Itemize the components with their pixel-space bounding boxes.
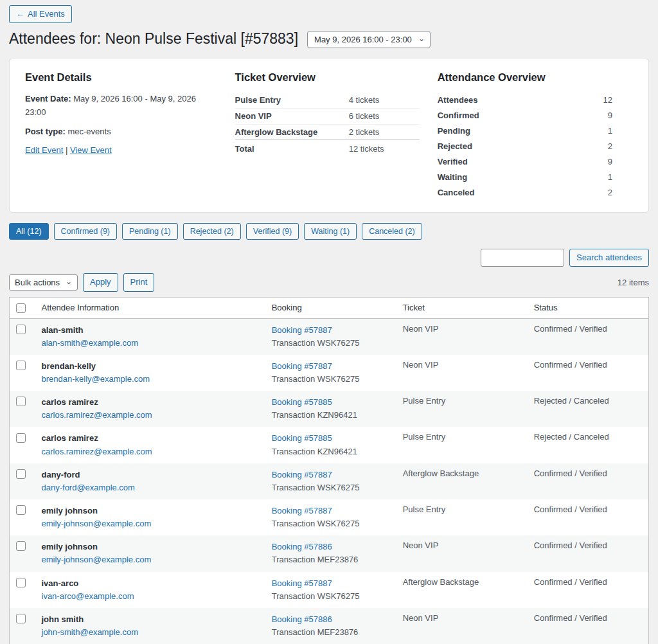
apply-button-top[interactable]: Apply (83, 273, 118, 291)
search-attendees-button[interactable]: Search attendees (569, 249, 649, 267)
attendee-ticket: Neon VIP (396, 535, 528, 571)
attendee-email-link[interactable]: emily-johnson@example.com (42, 555, 152, 564)
transaction-id: Transaction WSK76275 (272, 481, 390, 494)
attendance-label: Pending (438, 126, 567, 136)
attendee-email-link[interactable]: carlos.ramirez@example.com (42, 410, 152, 420)
transaction-id: Transaction WSK76275 (272, 517, 390, 530)
attendance-row: Pending 1 (438, 123, 633, 139)
row-checkbox[interactable] (16, 614, 26, 623)
post-type-line: Post type: mec-events (25, 125, 217, 139)
attendance-value: 12 (567, 95, 612, 105)
event-details-section: Event Details Event Date: May 9, 2026 16… (25, 71, 217, 201)
attendee-email-link[interactable]: alan-smith@example.com (42, 338, 138, 348)
transaction-id: Transaction KZN96421 (272, 445, 390, 458)
edit-event-link[interactable]: Edit Event (25, 145, 63, 155)
attendee-row: carlos ramirez carlos.ramirez@example.co… (10, 427, 649, 463)
attendance-label: Canceled (438, 188, 567, 197)
attendance-value: 1 (567, 126, 612, 136)
event-details-heading: Event Details (25, 71, 217, 84)
booking-link[interactable]: Booking #57887 (272, 578, 332, 588)
row-checkbox[interactable] (16, 505, 26, 515)
bulk-actions-select-top[interactable]: Bulk actions (9, 274, 78, 291)
ticket-name: Neon VIP (235, 111, 349, 121)
attendance-value: 9 (567, 157, 612, 166)
row-checkbox[interactable] (16, 397, 26, 406)
link-separator: | (63, 145, 70, 155)
transaction-id: Transaction WSK76275 (272, 590, 390, 603)
page: ← All Events Attendees for: Neon Pulse F… (0, 0, 658, 644)
attendee-row: brendan-kelly brendan-kelly@example.com … (10, 355, 649, 391)
attendee-row: dany-ford dany-ford@example.com Booking … (10, 463, 649, 499)
attendees-table: Attendee Information Booking Ticket Stat… (9, 297, 649, 644)
search-input[interactable] (481, 249, 564, 267)
booking-link[interactable]: Booking #57887 (272, 361, 332, 371)
attendance-label: Waiting (438, 172, 567, 182)
attendee-email-link[interactable]: brendan-kelly@example.com (42, 374, 150, 384)
attendee-name: carlos ramirez (42, 396, 259, 409)
transaction-id: Transaction MEF23876 (272, 626, 390, 639)
attendance-label: Rejected (438, 141, 567, 151)
row-checkbox[interactable] (16, 469, 26, 479)
attendance-label: Confirmed (438, 111, 567, 120)
row-checkbox[interactable] (16, 361, 26, 370)
status-filter-chip[interactable]: Verified (9) (246, 223, 299, 240)
ticket-overview-list: Pulse Entry 4 tickets Neon VIP 6 tickets… (235, 93, 420, 140)
ticket-count: 6 tickets (349, 111, 420, 121)
attendance-row: Canceled 2 (438, 185, 633, 201)
attendee-status: Confirmed / Verified (528, 318, 649, 355)
attendee-row: john smith john-smith@example.com Bookin… (10, 608, 649, 644)
attendee-name: carlos ramirez (42, 432, 259, 445)
status-filter-chip[interactable]: Rejected (2) (183, 223, 241, 240)
booking-link[interactable]: Booking #57885 (272, 433, 332, 443)
row-checkbox[interactable] (16, 325, 26, 334)
attendee-ticket: Pulse Entry (396, 427, 528, 463)
attendee-email-link[interactable]: carlos.ramirez@example.com (42, 447, 152, 456)
col-booking: Booking (265, 297, 396, 318)
attendee-status: Confirmed / Verified (528, 499, 649, 535)
booking-link[interactable]: Booking #57887 (272, 470, 332, 479)
row-checkbox[interactable] (16, 433, 26, 443)
booking-link[interactable]: Booking #57887 (272, 325, 332, 335)
attendance-overview-list: Attendees 12 Confirmed 9 Pending 1 (438, 93, 633, 201)
attendee-email-link[interactable]: ivan-arco@example.com (42, 591, 134, 601)
attendee-status: Confirmed / Verified (528, 572, 649, 608)
booking-link[interactable]: Booking #57887 (272, 506, 332, 515)
attendee-email-link[interactable]: john-smith@example.com (42, 627, 138, 637)
all-events-back-label: All Events (28, 8, 65, 20)
transaction-id: Transaction WSK76275 (272, 337, 390, 350)
attendance-label: Attendees (438, 95, 567, 105)
status-filter-chip[interactable]: Waiting (1) (304, 223, 357, 240)
ticket-overview-row: Afterglow Backstage 2 tickets (235, 125, 420, 140)
booking-link[interactable]: Booking #57886 (272, 542, 332, 551)
status-filter-chip[interactable]: Pending (1) (122, 223, 178, 240)
occurrence-select-wrap: May 9, 2026 16:00 - 23:00 ⌄ (307, 31, 431, 48)
attendee-row: carlos ramirez carlos.ramirez@example.co… (10, 391, 649, 427)
attendee-row: alan-smith alan-smith@example.com Bookin… (10, 318, 649, 355)
attendance-row: Rejected 2 (438, 139, 633, 154)
ticket-overview-row: Neon VIP 6 tickets (235, 109, 420, 125)
all-events-back-button[interactable]: ← All Events (9, 5, 72, 23)
attendee-ticket: Afterglow Backstage (396, 572, 528, 608)
select-all-checkbox-top[interactable] (16, 303, 26, 313)
attendance-row: Verified 9 (438, 154, 633, 170)
row-checkbox[interactable] (16, 541, 26, 551)
booking-link[interactable]: Booking #57886 (272, 614, 332, 624)
page-title: Attendees for: Neon Pulse Festival [#578… (9, 30, 298, 49)
status-filter-chip[interactable]: All (12) (9, 223, 49, 240)
status-filter-chip[interactable]: Canceled (2) (362, 223, 422, 240)
view-event-link[interactable]: View Event (70, 145, 112, 155)
event-links-line: Edit Event | View Event (25, 144, 217, 157)
print-button-top[interactable]: Print (123, 273, 155, 291)
attendee-email-link[interactable]: emily-johnson@example.com (42, 519, 152, 528)
booking-link[interactable]: Booking #57885 (272, 397, 332, 407)
attendee-ticket: Neon VIP (396, 318, 528, 355)
row-checkbox[interactable] (16, 578, 26, 587)
status-filter-chip[interactable]: Confirmed (9) (54, 223, 117, 240)
attendance-row: Waiting 1 (438, 170, 633, 185)
occurrence-select[interactable]: May 9, 2026 16:00 - 23:00 (307, 31, 431, 48)
bulk-actions-wrap-top: Bulk actions ⌄ (9, 274, 78, 291)
attendee-status: Confirmed / Verified (528, 535, 649, 571)
attendee-email-link[interactable]: dany-ford@example.com (42, 483, 135, 492)
attendance-overview-section: Attendance Overview Attendees 12 Confirm… (438, 71, 633, 201)
event-date-line: Event Date: May 9, 2026 16:00 - May 9, 2… (25, 93, 217, 120)
